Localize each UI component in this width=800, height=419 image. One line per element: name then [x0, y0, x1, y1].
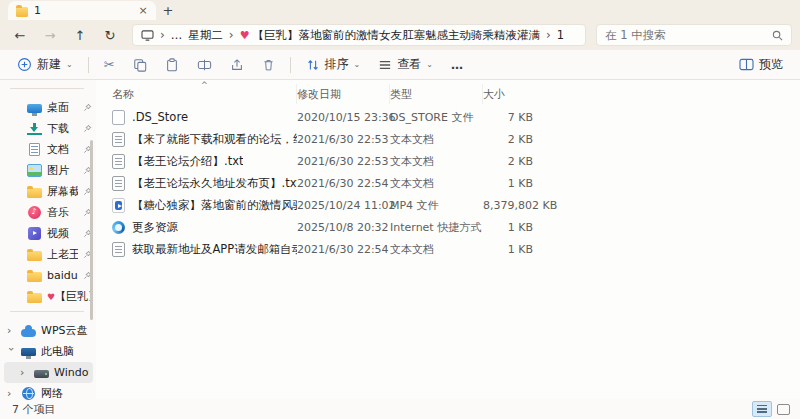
chevron-down-icon: ⌄ — [426, 60, 433, 69]
file-row[interactable]: 更多资源 2025/10/8 20:32 Internet 快捷方式 1 KB — [96, 216, 800, 238]
refresh-button[interactable]: ↻ — [96, 28, 124, 43]
sidebar-item-icon — [22, 387, 35, 400]
tab-1[interactable]: 1 × — [8, 1, 156, 20]
tab-close-icon[interactable]: × — [136, 4, 150, 17]
sidebar-item-label: 视频 — [47, 226, 78, 241]
expand-chevron-icon[interactable] — [5, 347, 18, 356]
pin-icon — [83, 103, 92, 112]
file-row[interactable]: 【糖心独家】落地窗前的激情风骚女友肛塞魅惑... 2025/10/24 11:0… — [96, 194, 800, 216]
file-date-modified: 2021/6/30 22:53 — [297, 133, 390, 146]
new-button[interactable]: 新建 ⌄ — [10, 53, 80, 77]
delete-button[interactable] — [255, 53, 282, 77]
preview-button[interactable]: 预览 — [732, 53, 790, 77]
sidebar-item-icon — [34, 370, 49, 378]
sort-icon — [306, 58, 320, 72]
sort-ascending-icon: ^ — [201, 81, 208, 90]
sidebar-item-icon — [29, 143, 40, 156]
column-header-date[interactable]: 修改日期 — [297, 84, 390, 104]
file-name: 【老王论坛永久地址发布页】.txt — [132, 176, 297, 191]
toolbar-separator — [290, 57, 291, 73]
file-row[interactable]: .DS_Store 2020/10/15 23:36 DS_STORE 文件 7… — [96, 106, 800, 128]
sidebar-tree-item[interactable]: 此电脑 — [0, 341, 96, 362]
file-type-icon — [112, 110, 125, 125]
expand-chevron-icon[interactable] — [7, 387, 16, 400]
file-type: Internet 快捷方式 — [390, 220, 483, 235]
details-view-button[interactable] — [752, 401, 772, 417]
folder-icon — [16, 7, 28, 17]
file-date-modified: 2021/6/30 22:54 — [297, 177, 390, 190]
sidebar-item-icon — [27, 123, 42, 135]
address-bar[interactable]: › … 星期二 › ♥【巨乳】落地窗前的激情女友肛塞魅感主动骑乘精液灌满 › 1 — [132, 24, 586, 46]
sidebar-item[interactable]: 下载 — [0, 118, 96, 139]
rename-button[interactable] — [190, 53, 219, 77]
sidebar-scrollbar[interactable] — [90, 140, 93, 320]
file-type: MP4 文件 — [390, 198, 483, 213]
expand-chevron-icon[interactable] — [7, 324, 16, 337]
paste-icon — [165, 58, 179, 72]
sidebar-item-icon — [28, 227, 41, 240]
new-tab-button[interactable]: + — [156, 3, 180, 20]
file-size: 2 KB — [483, 133, 543, 146]
chevron-down-icon: ⌄ — [66, 60, 73, 69]
expand-chevron-icon[interactable] — [20, 366, 29, 379]
sidebar-item[interactable]: ♥【巨乳】落地 — [0, 286, 96, 307]
sidebar-item-icon — [27, 188, 42, 198]
navigation-pane: 桌面 下载 文档 — [0, 80, 96, 399]
search-box[interactable]: 在 1 中搜索 — [596, 24, 792, 46]
more-options-button[interactable]: … — [444, 53, 471, 77]
up-button[interactable]: ↑ — [66, 28, 94, 43]
heart-icon: ♥ — [240, 29, 250, 42]
file-row[interactable]: 【老王论坛永久地址发布页】.txt 2021/6/30 22:54 文本文档 1… — [96, 172, 800, 194]
file-row[interactable]: 【老王论坛介绍】.txt 2021/6/30 22:53 文本文档 2 KB — [96, 150, 800, 172]
sidebar-tree-list: WPS云盘 此电脑 Windows-SSD — [0, 320, 96, 404]
file-date-modified: 2021/6/30 22:53 — [297, 155, 390, 168]
file-size: 8,379,802 KB — [483, 199, 543, 212]
paste-button[interactable] — [158, 53, 186, 77]
sidebar-item-icon — [27, 104, 42, 113]
cut-button[interactable]: ✂ — [97, 53, 122, 77]
breadcrumb-item[interactable]: 星期二 — [188, 28, 223, 43]
file-size: 7 KB — [483, 111, 543, 124]
sidebar-item[interactable]: 音乐 — [0, 202, 96, 223]
sidebar-tree-item[interactable]: WPS云盘 — [0, 320, 96, 341]
sidebar-item[interactable]: baidunetdisl — [0, 265, 96, 286]
share-button[interactable] — [223, 53, 251, 77]
file-date-modified: 2021/6/30 22:54 — [297, 243, 390, 256]
view-button[interactable]: 查看 ⌄ — [371, 53, 440, 77]
file-size: 1 KB — [483, 177, 543, 190]
large-icons-view-button[interactable] — [777, 404, 790, 415]
breadcrumb-item[interactable]: ♥【巨乳】落地窗前的激情女友肛塞魅感主动骑乘精液灌满 — [240, 28, 540, 43]
sidebar-item[interactable]: 屏幕截图 — [0, 181, 96, 202]
column-header-size[interactable]: 大小 — [483, 84, 543, 104]
breadcrumb-item-current[interactable]: 1 — [557, 28, 564, 42]
file-row[interactable]: 获取最新地址及APP请发邮箱自动获取.txt 2021/6/30 22:54 文… — [96, 238, 800, 260]
file-list-pane: ^ 名称 修改日期 类型 大小 .DS_Store 2020/10/15 23:… — [96, 80, 800, 399]
sidebar-item-label: 网络 — [41, 386, 92, 401]
back-button[interactable]: ← — [6, 28, 34, 43]
file-row[interactable]: 【来了就能下载和观看的论坛，纯免费！】.txt 2021/6/30 22:53 … — [96, 128, 800, 150]
forward-button: → — [36, 28, 64, 43]
sidebar-item[interactable]: 文档 — [0, 139, 96, 160]
breadcrumb-chevron: › — [546, 28, 551, 42]
file-name-cell: 【来了就能下载和观看的论坛，纯免费！】.txt — [112, 132, 297, 147]
sort-button[interactable]: 排序 ⌄ — [299, 53, 368, 77]
sidebar-item[interactable]: 桌面 — [0, 97, 96, 118]
tab-title: 1 — [34, 4, 130, 17]
breadcrumb-overflow[interactable]: … — [171, 28, 183, 42]
file-date-modified: 2025/10/24 11:02 — [297, 199, 390, 212]
view-icon — [378, 59, 392, 71]
file-type: 文本文档 — [390, 176, 483, 191]
file-size: 1 KB — [483, 221, 543, 234]
sidebar-tree-item[interactable]: 网络 — [0, 383, 96, 404]
sidebar-item-icon — [27, 272, 42, 282]
status-bar: 7 个项目 — [0, 399, 800, 419]
sidebar-tree-item[interactable]: Windows-SSD — [4, 362, 93, 383]
sidebar-item[interactable]: 图片 — [0, 160, 96, 181]
sidebar-item[interactable]: 上老王论坛当 — [0, 244, 96, 265]
file-type: DS_STORE 文件 — [390, 110, 483, 125]
file-size: 1 KB — [483, 243, 543, 256]
sidebar-item[interactable]: 视频 — [0, 223, 96, 244]
sidebar-item-label: WPS云盘 — [41, 323, 92, 338]
copy-button[interactable] — [126, 53, 154, 77]
column-header-type[interactable]: 类型 — [390, 84, 483, 104]
